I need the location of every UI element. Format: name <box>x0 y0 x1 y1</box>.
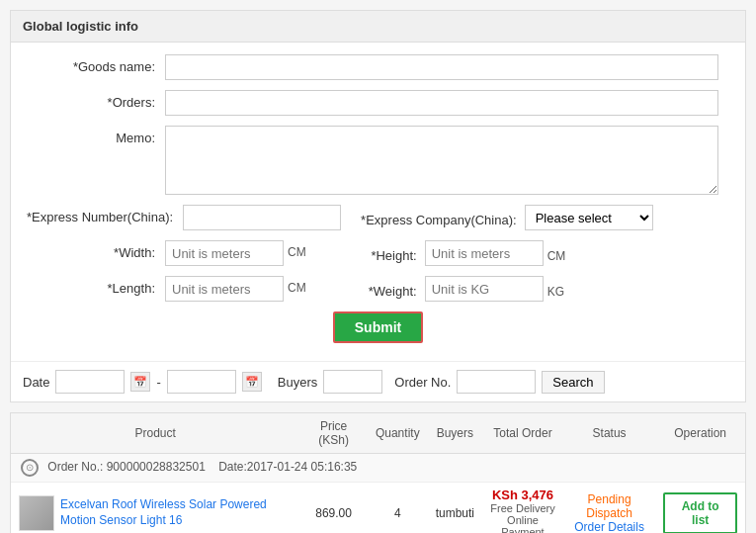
width-unit: CM <box>288 240 306 259</box>
order-date: Date:2017-01-24 05:16:35 <box>218 460 357 474</box>
col-quantity: Quantity <box>368 413 428 454</box>
col-total: Total Order <box>482 413 563 454</box>
buyer-cell: tumbuti <box>428 483 482 534</box>
weight-label: *Weight: <box>346 279 425 299</box>
height-label: *Height: <box>346 243 425 263</box>
length-weight-row: *Length: CM *Weight: KG <box>27 276 729 302</box>
order-no: Order No.: 900000028832501 <box>47 460 205 474</box>
memo-label: Memo: <box>27 126 165 145</box>
order-info-cell: ⊙ Order No.: 900000028832501 Date:2017-0… <box>11 454 745 483</box>
quantity-cell: 4 <box>368 483 428 534</box>
form-body: *Goods name: *Orders: Memo: *Express Num… <box>11 43 745 361</box>
col-price: Price (KSh) <box>299 413 368 454</box>
product-info: Excelvan Roof Wireless Solar Powered Mot… <box>19 495 292 531</box>
search-bar: Date 📅 - 📅 Buyers Order No. Search <box>11 361 745 401</box>
buyers-input[interactable] <box>323 370 382 394</box>
logistic-panel: Global logistic info *Goods name: *Order… <box>10 10 746 402</box>
total-price: KSh 3,476 <box>490 488 555 502</box>
weight-input[interactable] <box>425 276 544 302</box>
goods-name-label: *Goods name: <box>27 54 165 74</box>
express-number-label: *Express Number(China): <box>27 205 183 224</box>
operation-cell: Add to list <box>655 483 745 534</box>
length-input[interactable] <box>165 276 284 302</box>
order-details-link[interactable]: Order Details <box>574 520 644 534</box>
memo-input[interactable] <box>165 126 718 195</box>
order-no-input[interactable] <box>457 370 536 394</box>
panel-title: Global logistic info <box>11 11 745 43</box>
width-input[interactable] <box>165 240 284 266</box>
table-header-row: Product Price (KSh) Quantity Buyers Tota… <box>11 413 745 454</box>
date-separator: - <box>156 375 160 390</box>
orders-label: *Orders: <box>27 90 165 110</box>
product-image <box>20 496 53 530</box>
length-unit: CM <box>288 276 306 295</box>
page-wrapper: Global logistic info *Goods name: *Order… <box>0 10 756 533</box>
express-company-label: *Express Company(China): <box>361 208 525 227</box>
date-from-input[interactable] <box>55 370 125 394</box>
order-info-row: ⊙ Order No.: 900000028832501 Date:2017-0… <box>11 454 745 483</box>
express-row: *Express Number(China): *Express Company… <box>27 205 729 230</box>
search-button[interactable]: Search <box>542 371 604 394</box>
height-input[interactable] <box>425 240 544 266</box>
memo-row: Memo: <box>27 126 729 195</box>
col-buyers: Buyers <box>428 413 482 454</box>
orders-row: *Orders: <box>27 90 729 116</box>
total-cell: KSh 3,476 Free Delivery Online Payment <box>482 483 563 534</box>
orders-table: Product Price (KSh) Quantity Buyers Tota… <box>11 413 745 533</box>
product-thumbnail <box>19 495 54 531</box>
goods-name-row: *Goods name: <box>27 54 729 80</box>
submit-button[interactable]: Submit <box>333 311 423 343</box>
calendar-from-icon[interactable]: 📅 <box>130 372 150 392</box>
order-no-label: Order No. <box>394 375 451 390</box>
delivery-text: Free Delivery <box>490 502 555 514</box>
width-height-row: *Width: CM *Height: CM <box>27 240 729 266</box>
col-product: Product <box>11 413 299 454</box>
order-icon: ⊙ <box>21 459 39 477</box>
product-cell: Excelvan Roof Wireless Solar Powered Mot… <box>11 483 299 534</box>
goods-name-input[interactable] <box>165 54 718 80</box>
express-number-input[interactable] <box>183 205 341 230</box>
submit-row: Submit <box>27 311 729 343</box>
status-text: Pending Dispatch <box>571 492 647 520</box>
length-label: *Length: <box>27 276 165 296</box>
calendar-to-icon[interactable]: 📅 <box>242 372 262 392</box>
status-cell: Pending Dispatch Order Details <box>563 483 655 534</box>
col-operation: Operation <box>655 413 745 454</box>
table-row: Excelvan Roof Wireless Solar Powered Mot… <box>11 483 745 534</box>
date-to-input[interactable] <box>167 370 236 394</box>
express-company-select[interactable]: Please select DHL FedEx UPS EMS <box>525 205 653 230</box>
weight-unit: KG <box>547 280 564 299</box>
col-status: Status <box>563 413 655 454</box>
date-label: Date <box>23 375 49 390</box>
product-name[interactable]: Excelvan Roof Wireless Solar Powered Mot… <box>60 497 292 528</box>
width-label: *Width: <box>27 240 165 260</box>
payment-text: Online Payment <box>490 514 555 533</box>
height-unit: CM <box>547 244 566 263</box>
add-to-list-button[interactable]: Add to list <box>663 492 737 534</box>
table-wrapper: Product Price (KSh) Quantity Buyers Tota… <box>10 412 746 533</box>
price-cell: 869.00 <box>299 483 368 534</box>
orders-input[interactable] <box>165 90 718 116</box>
buyers-label: Buyers <box>278 375 317 390</box>
